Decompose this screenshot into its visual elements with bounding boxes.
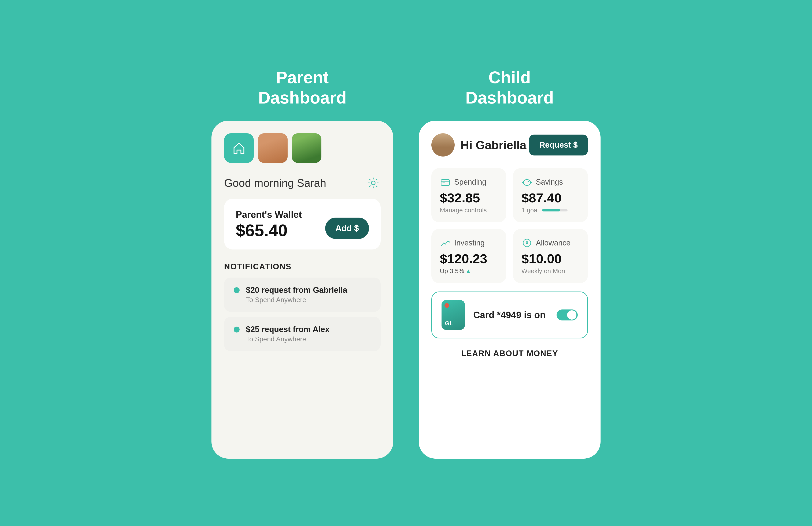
notification-item-1[interactable]: $20 request from Gabriella To Spend Anyw…	[224, 277, 381, 312]
parent-title-line1: Parent	[276, 68, 329, 87]
up-arrow-icon: ▲	[465, 268, 472, 274]
avatar-alex[interactable]	[292, 133, 321, 163]
notification-title-1: $20 request from Gabriella	[246, 286, 347, 295]
greeting-text: Good morning Sarah	[224, 177, 326, 189]
learn-section: LEARN ABOUT MONEY	[431, 349, 588, 358]
svg-point-4	[527, 181, 529, 182]
notification-content-2: $25 request from Alex To Spend Anywhere	[246, 325, 330, 343]
savings-icon	[521, 177, 533, 187]
parent-title: Parent Dashboard	[258, 67, 347, 108]
child-avatar	[431, 133, 455, 156]
learn-title: LEARN ABOUT MONEY	[431, 349, 588, 358]
spending-header: Spending	[440, 177, 498, 187]
wallet-card: Parent's Wallet $65.40 Add $	[224, 199, 381, 250]
notification-subtitle-1: To Spend Anywhere	[246, 296, 347, 304]
child-phone: Hi Gabriella Request $ Spending	[419, 121, 600, 459]
notification-title-2: $25 request from Alex	[246, 325, 330, 334]
svg-rect-1	[441, 180, 450, 185]
savings-header: Savings	[521, 177, 579, 187]
gl-card-initials: GL	[445, 320, 461, 327]
savings-label: Savings	[536, 178, 563, 186]
svg-point-5	[523, 239, 531, 247]
parent-title-line2: Dashboard	[258, 88, 347, 107]
stats-grid: Spending $32.85 Manage controls	[431, 168, 588, 283]
investing-header: Investing	[440, 238, 498, 249]
investing-sub: Up 3.5% ▲	[440, 268, 498, 275]
home-icon	[232, 141, 246, 155]
investing-card[interactable]: Investing $120.23 Up 3.5% ▲	[431, 229, 506, 283]
investing-amount: $120.23	[440, 252, 498, 265]
allowance-label: Allowance	[536, 239, 570, 247]
parent-section: Parent Dashboard Good morning Sarah	[212, 67, 393, 459]
notifications-title: NOTIFICATIONS	[224, 262, 381, 271]
gl-card: GL	[441, 300, 465, 330]
child-title-line2: Dashboard	[465, 88, 554, 107]
notification-dot-1	[234, 287, 240, 293]
goal-bar-fill	[542, 209, 560, 211]
savings-amount: $87.40	[521, 191, 579, 205]
goal-bar-bg	[542, 209, 568, 211]
spending-card[interactable]: Spending $32.85 Manage controls	[431, 168, 506, 222]
allowance-card[interactable]: Allowance $10.00 Weekly on Mon	[513, 229, 588, 283]
svg-rect-2	[443, 182, 445, 183]
settings-button[interactable]	[366, 176, 381, 190]
card-status-text: Card *4949 is on	[473, 310, 548, 320]
notification-subtitle-2: To Spend Anywhere	[246, 335, 330, 343]
notifications-section: NOTIFICATIONS $20 request from Gabriella…	[224, 262, 381, 442]
avatar-gabriella[interactable]	[258, 133, 288, 163]
notification-item-2[interactable]: $25 request from Alex To Spend Anywhere	[224, 317, 381, 351]
card-toggle[interactable]	[556, 310, 578, 320]
notification-content-1: $20 request from Gabriella To Spend Anyw…	[246, 286, 347, 304]
spending-icon	[440, 177, 451, 187]
allowance-header: Allowance	[521, 238, 579, 249]
child-title: Child Dashboard	[465, 67, 554, 108]
savings-card[interactable]: Savings $87.40 1 goal	[513, 168, 588, 222]
home-icon-box[interactable]	[224, 133, 254, 163]
parent-top-bar	[224, 133, 381, 163]
gear-icon	[367, 177, 379, 189]
spending-sub: Manage controls	[440, 207, 498, 214]
child-section: Child Dashboard Hi Gabriella Request $	[419, 67, 600, 459]
child-header-left: Hi Gabriella	[431, 133, 526, 156]
notification-dot-2	[234, 327, 240, 332]
spending-label: Spending	[454, 178, 487, 186]
parent-phone: Good morning Sarah Parent's Wallet $65.4…	[212, 121, 393, 459]
svg-point-3	[523, 180, 531, 185]
child-greeting: Hi Gabriella	[461, 138, 526, 152]
greeting-row: Good morning Sarah	[224, 176, 381, 190]
spending-amount: $32.85	[440, 191, 498, 205]
investing-icon	[440, 238, 451, 249]
card-strip[interactable]: GL Card *4949 is on	[431, 291, 588, 339]
request-money-button[interactable]: Request $	[529, 135, 588, 155]
allowance-sub: Weekly on Mon	[521, 268, 579, 275]
investing-label: Investing	[454, 239, 485, 247]
child-header: Hi Gabriella Request $	[431, 133, 588, 156]
svg-point-0	[371, 181, 375, 185]
goal-bar-container: 1 goal	[521, 207, 579, 214]
child-title-line1: Child	[489, 68, 531, 87]
add-money-button[interactable]: Add $	[325, 217, 369, 239]
savings-sub: 1 goal	[521, 207, 539, 214]
allowance-icon	[521, 238, 533, 249]
allowance-amount: $10.00	[521, 252, 579, 265]
